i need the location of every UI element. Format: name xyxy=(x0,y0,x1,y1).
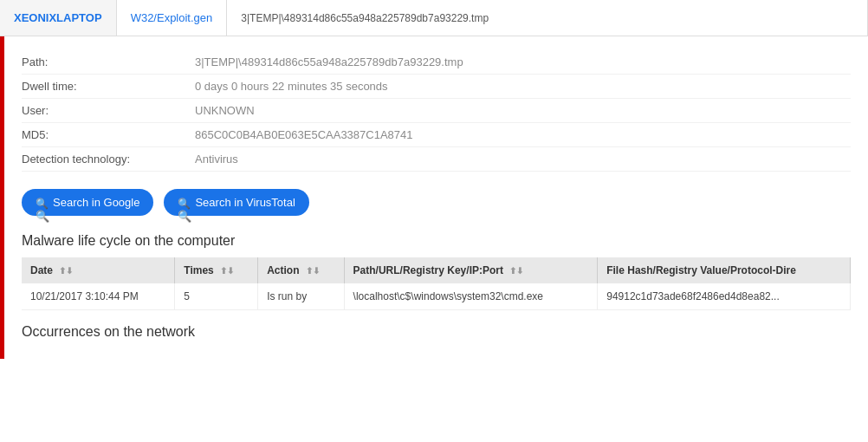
search-buttons: 🔍 Search in Google 🔍 Search in VirusTota… xyxy=(22,189,851,216)
breadcrumb-bar: XEONIXLAPTOP W32/Exploit.gen 3|TEMP|\489… xyxy=(0,0,868,36)
table-row: 10/21/2017 3:10:44 PM 5 Is run by \local… xyxy=(22,283,851,310)
col-action-label: Action xyxy=(267,264,299,276)
cell-times: 5 xyxy=(175,283,258,310)
col-action[interactable]: Action ⬆⬇ xyxy=(258,257,344,283)
dwell-value: 0 days 0 hours 22 minutes 35 seconds xyxy=(195,80,388,93)
md5-row: MD5: 865C0C0B4AB0E063E5CAA3387C1A8741 xyxy=(22,123,851,147)
user-row: User: UNKNOWN xyxy=(22,99,851,123)
breadcrumb-machine[interactable]: XEONIXLAPTOP xyxy=(0,0,117,36)
col-times-label: Times xyxy=(184,264,213,276)
malware-section-heading: Malware life cycle on the computer xyxy=(22,233,851,249)
date-sort-icon: ⬆⬇ xyxy=(59,266,73,276)
main-content: Path: 3|TEMP|\489314d86c55a948a225789db7… xyxy=(0,36,868,359)
detection-row: Detection technology: Antivirus xyxy=(22,147,851,172)
cell-action: Is run by xyxy=(258,283,344,310)
breadcrumb-exploit-label: W32/Exploit.gen xyxy=(131,11,213,24)
info-section: Path: 3|TEMP|\489314d86c55a948a225789db7… xyxy=(22,50,851,172)
cell-date: 10/21/2017 3:10:44 PM xyxy=(22,283,175,310)
cell-path: \localhost\c$\windows\system32\cmd.exe xyxy=(344,283,598,310)
action-sort-icon: ⬆⬇ xyxy=(306,266,320,276)
search-virustotal-label: Search in VirusTotal xyxy=(195,196,295,209)
search-google-label: Search in Google xyxy=(53,196,139,209)
cell-hash: 94912c1d73ade68f2486ed4d8ea82... xyxy=(598,283,851,310)
search-virustotal-icon: 🔍 xyxy=(178,197,190,209)
path-sort-icon: ⬆⬇ xyxy=(509,266,523,276)
md5-label: MD5: xyxy=(22,128,195,141)
malware-lifecycle-table: Date ⬆⬇ Times ⬆⬇ Action ⬆⬇ Path/URL/Regi… xyxy=(22,257,851,310)
user-label: User: xyxy=(22,104,195,117)
dwell-row: Dwell time: 0 days 0 hours 22 minutes 35… xyxy=(22,75,851,99)
times-sort-icon: ⬆⬇ xyxy=(220,266,234,276)
dwell-label: Dwell time: xyxy=(22,80,195,93)
col-path[interactable]: Path/URL/Registry Key/IP:Port ⬆⬇ xyxy=(344,257,598,283)
user-value: UNKNOWN xyxy=(195,104,255,117)
col-hash-label: File Hash/Registry Value/Protocol-Dire xyxy=(606,264,796,276)
detection-label: Detection technology: xyxy=(22,153,195,166)
path-label: Path: xyxy=(22,55,195,68)
detection-value: Antivirus xyxy=(195,153,238,166)
breadcrumb-exploit[interactable]: W32/Exploit.gen xyxy=(117,0,228,36)
breadcrumb-machine-name: XEONIXLAPTOP xyxy=(14,11,102,24)
occurrences-section-heading: Occurrences on the network xyxy=(22,324,851,340)
path-row: Path: 3|TEMP|\489314d86c55a948a225789db7… xyxy=(22,50,851,75)
col-date[interactable]: Date ⬆⬇ xyxy=(22,257,175,283)
path-value: 3|TEMP|\489314d86c55a948a225789db7a93229… xyxy=(195,55,463,68)
search-google-icon: 🔍 xyxy=(36,197,48,209)
col-date-label: Date xyxy=(30,264,53,276)
table-header-row: Date ⬆⬇ Times ⬆⬇ Action ⬆⬇ Path/URL/Regi… xyxy=(22,257,851,283)
breadcrumb-path[interactable]: 3|TEMP|\489314d86c55a948a225789db7a93229… xyxy=(227,0,868,36)
col-path-label: Path/URL/Registry Key/IP:Port xyxy=(353,264,503,276)
breadcrumb-path-label: 3|TEMP|\489314d86c55a948a225789db7a93229… xyxy=(241,12,489,24)
md5-value: 865C0C0B4AB0E063E5CAA3387C1A8741 xyxy=(195,128,413,141)
col-times[interactable]: Times ⬆⬇ xyxy=(175,257,258,283)
search-virustotal-button[interactable]: 🔍 Search in VirusTotal xyxy=(164,189,308,216)
search-google-button[interactable]: 🔍 Search in Google xyxy=(22,189,153,216)
col-hash[interactable]: File Hash/Registry Value/Protocol-Dire xyxy=(598,257,851,283)
